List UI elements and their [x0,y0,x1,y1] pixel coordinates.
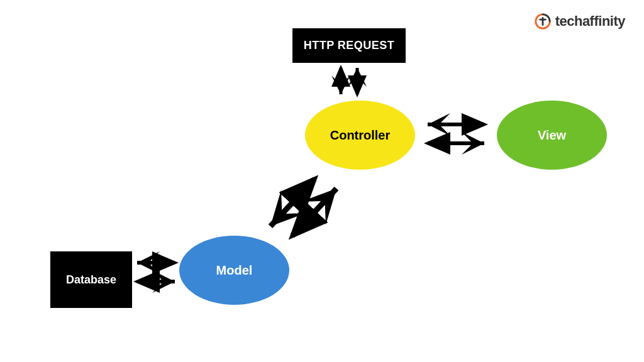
brand-name: techaffinity [555,13,625,30]
controller-node: Controller [305,101,415,170]
database-label: Database [66,273,116,287]
svg-line-7 [292,189,336,236]
database-node: Database [50,251,132,308]
mvc-diagram: techaffinity HTTP REQUEST Controller Vie… [0,0,644,362]
http-request-node: HTTP REQUEST [292,28,406,63]
edge-http-controller [341,68,357,94]
http-request-label: HTTP REQUEST [304,39,395,52]
controller-label: Controller [330,128,391,143]
edge-controller-model [270,179,336,236]
edge-controller-view [428,124,484,143]
view-node: View [497,101,607,170]
model-label: Model [216,263,253,278]
edge-model-database [137,263,175,282]
techaffinity-logo-icon [534,13,552,30]
svg-line-6 [270,179,314,226]
view-label: View [538,128,566,143]
model-node: Model [179,236,289,305]
brand-logo: techaffinity [534,13,625,30]
